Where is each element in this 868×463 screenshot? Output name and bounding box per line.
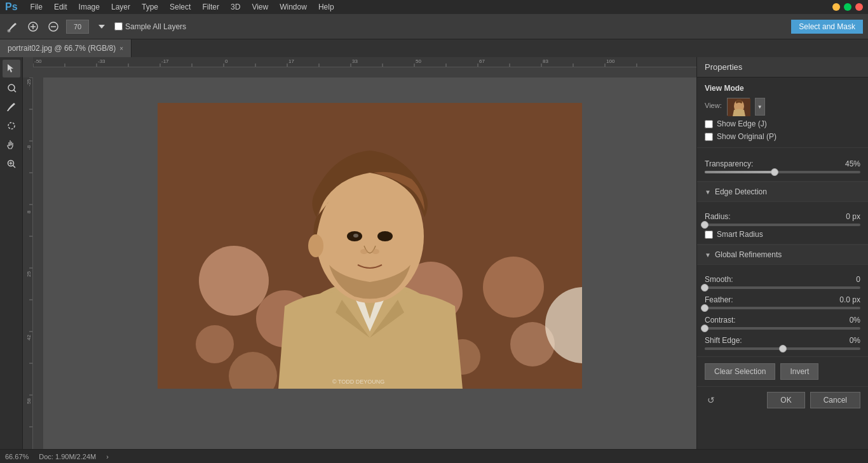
global-refinements-content: Smooth: 0 Feather: 0.0 px [697, 265, 868, 357]
menu-window[interactable]: Window [275, 1, 312, 13]
radius-thumb[interactable] [701, 221, 709, 229]
cancel-button[interactable]: Cancel [810, 392, 860, 408]
smooth-label: Smooth: [705, 275, 733, 284]
svg-point-23 [483, 257, 544, 318]
shift-edge-label: Shift Edge: [705, 336, 742, 345]
ok-button[interactable]: OK [767, 392, 804, 408]
contrast-thumb[interactable] [701, 325, 709, 332]
main-layout: © TODD DEYOUNG Properties View Mode [0, 57, 868, 449]
global-refinements-header[interactable]: ▼ Global Refinements [697, 245, 868, 265]
shift-edge-value: 0% [850, 336, 860, 345]
svg-point-32 [377, 231, 393, 241]
contrast-slider-row: Contrast: 0% [705, 316, 860, 330]
radius-value: 0 px [846, 212, 860, 221]
sample-all-checkbox[interactable] [114, 22, 123, 30]
zoom-tool[interactable] [3, 155, 20, 173]
view-label: View: [705, 102, 722, 109]
menu-file[interactable]: File [25, 1, 48, 13]
close-window-btn[interactable] [855, 3, 863, 11]
transparency-label: Transparency: [705, 159, 753, 168]
view-mode-section: View Mode View: ▼ [697, 77, 868, 148]
show-original-row: Show Original (P) [705, 132, 860, 141]
transparency-section: Transparency: 45% [697, 148, 868, 182]
transparency-thumb[interactable] [771, 168, 778, 176]
panel-title: Properties [697, 57, 868, 77]
menu-view[interactable]: View [247, 1, 273, 13]
smart-radius-label: Smart Radius [717, 230, 763, 239]
lasso-tool[interactable] [3, 117, 20, 135]
status-arrow: › [106, 453, 109, 460]
toolbar: 70 Sample All Layers Select and Mask [0, 14, 868, 39]
panel-actions: Clear Selection Invert [697, 357, 868, 386]
sample-all-checkbox-label[interactable]: Sample All Layers [114, 22, 186, 31]
selection-tool[interactable] [3, 60, 20, 77]
svg-point-33 [353, 234, 358, 238]
subtract-brush-button[interactable] [46, 19, 61, 34]
status-bar: 66.67% Doc: 1.90M/2.24M › [0, 449, 868, 463]
tab-filename: portrait02.jpg @ 66.7% (RGB/8) [8, 44, 116, 53]
menu-type[interactable]: Type [137, 1, 163, 13]
menu-image[interactable]: Image [74, 1, 105, 13]
feather-thumb[interactable] [701, 304, 709, 312]
shift-edge-thumb[interactable] [779, 345, 787, 352]
shift-edge-track[interactable] [705, 347, 860, 350]
menu-bar: Ps File Edit Image Layer Type Select Fil… [0, 0, 868, 14]
menu-edit[interactable]: Edit [49, 1, 72, 13]
add-brush-button[interactable] [25, 19, 41, 34]
smooth-value: 0 [856, 275, 860, 284]
show-edge-checkbox[interactable] [705, 120, 713, 128]
svg-point-9 [8, 123, 15, 129]
app-logo: Ps [5, 1, 18, 13]
menu-help[interactable]: Help [313, 1, 339, 13]
show-edge-row: Show Edge (J) [705, 119, 860, 128]
edge-detection-header[interactable]: ▼ Edge Detection [697, 182, 868, 202]
doc-size: Doc: 1.90M/2.24M [39, 453, 96, 460]
transparency-slider-row: Transparency: 45% [705, 159, 860, 173]
brush-tool[interactable] [3, 98, 20, 116]
document-tab[interactable]: portrait02.jpg @ 66.7% (RGB/8) × [0, 39, 132, 57]
show-original-checkbox[interactable] [705, 133, 713, 141]
global-refinements-arrow: ▼ [705, 252, 711, 258]
invert-button[interactable]: Invert [780, 363, 818, 380]
svg-point-18 [199, 246, 269, 316]
menu-3d[interactable]: 3D [226, 1, 245, 13]
tab-close-button[interactable]: × [119, 45, 123, 52]
minimize-btn[interactable] [832, 3, 840, 11]
global-refinements-label: Global Refinements [715, 250, 782, 259]
select-mask-button[interactable]: Select and Mask [791, 20, 863, 34]
brush-size-dropdown[interactable] [94, 19, 109, 34]
radius-label: Radius: [705, 212, 731, 221]
svg-point-34 [360, 249, 368, 254]
edge-detection-arrow: ▼ [705, 189, 711, 196]
view-dropdown-arrow[interactable]: ▼ [755, 98, 765, 116]
hand-tool[interactable] [3, 136, 20, 154]
view-thumbnail[interactable] [727, 98, 750, 116]
svg-point-35 [372, 249, 379, 254]
reset-button[interactable]: ↺ [705, 394, 717, 406]
menu-select[interactable]: Select [165, 1, 196, 13]
edge-detection-label: Edge Detection [715, 187, 767, 196]
feather-track[interactable] [705, 307, 860, 309]
smooth-thumb[interactable] [701, 284, 709, 292]
refine-edge-brush[interactable] [3, 79, 20, 97]
menu-filter[interactable]: Filter [197, 1, 224, 13]
radius-slider-row: Radius: 0 px [705, 212, 860, 226]
clear-selection-button[interactable]: Clear Selection [705, 363, 775, 380]
smooth-track[interactable] [705, 286, 860, 289]
contrast-value: 0% [850, 316, 860, 325]
properties-panel: Properties View Mode View: [696, 57, 868, 449]
maximize-btn[interactable] [844, 3, 851, 11]
svg-text:© TODD DEYOUNG: © TODD DEYOUNG [332, 379, 384, 385]
left-toolbox [0, 57, 23, 449]
radius-track[interactable] [705, 224, 860, 226]
smart-radius-checkbox[interactable] [705, 231, 713, 239]
svg-line-8 [13, 90, 16, 93]
transparency-value: 45% [845, 159, 860, 168]
brush-tool-button[interactable] [5, 19, 20, 34]
menu-layer[interactable]: Layer [106, 1, 135, 13]
transparency-track[interactable] [705, 171, 860, 173]
contrast-track[interactable] [705, 327, 860, 330]
svg-point-36 [308, 234, 323, 257]
feather-slider-row: Feather: 0.0 px [705, 295, 860, 309]
show-original-label: Show Original (P) [717, 132, 776, 141]
